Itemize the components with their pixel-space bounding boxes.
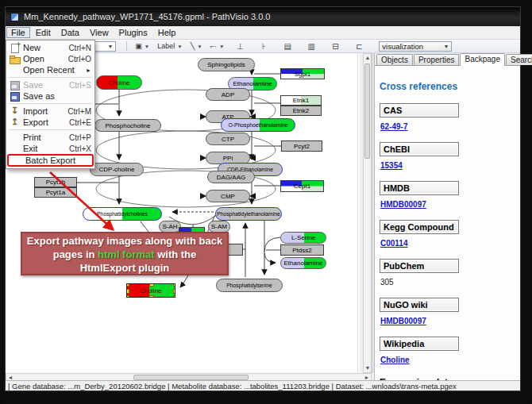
chevron-down-icon[interactable]: ▼ (145, 44, 149, 49)
gene-node-ptdss2[interactable]: Ptdss2 (280, 244, 324, 256)
align-center-x-icon[interactable]: ⊥ (233, 42, 247, 51)
selection-handle[interactable] (126, 289, 129, 294)
import-icon (10, 107, 20, 116)
metabolite-node-choline-top[interactable]: Choline (96, 75, 142, 90)
gene-node-pcyt2[interactable]: Pcyt2 (281, 140, 322, 152)
metabolite-node-phosphatidylserine[interactable]: Phosphatidylserine (216, 279, 283, 292)
chevron-down-icon[interactable]: ▼ (438, 44, 449, 49)
selection-handle[interactable] (126, 283, 129, 287)
stack-vertical-icon[interactable]: ▥ (304, 42, 318, 51)
metabolite-node-ethanolamine-bottom[interactable]: Ethanolamine (280, 257, 326, 269)
metabolite-node-l-serine[interactable]: L-Serine (280, 232, 326, 244)
selection-handle[interactable] (149, 295, 154, 298)
gene-node-pcyt1a[interactable]: Pcyt1a (34, 187, 77, 198)
submenu-arrow-icon: ► (86, 67, 91, 73)
vscroll-thumb[interactable] (364, 63, 370, 159)
connector-tool-icon: ⌐· (210, 42, 217, 50)
gene-node-gene-partial-side[interactable] (227, 244, 243, 256)
menubar-item-file[interactable]: File (6, 27, 30, 38)
visualization-combobox[interactable]: visualization ▼ (379, 41, 452, 52)
metabolite-node-o-phosphoethanolamine[interactable]: O-Phosphoethanolamine (221, 118, 295, 132)
menubar-item-view[interactable]: View (85, 27, 114, 38)
xref-link[interactable]: C00114 (380, 239, 407, 248)
metabolite-node-s-am[interactable]: S-AM (208, 221, 230, 233)
metabolite-node-cmp[interactable]: CMP (206, 190, 250, 202)
menubar-item-help[interactable]: Help (153, 27, 181, 38)
xref-link[interactable]: HMDB00097 (380, 200, 426, 209)
toolbar-tools: ▣▼Label▼╲▼⌐·▼ (131, 40, 228, 52)
chevron-down-icon[interactable]: ▼ (219, 44, 224, 49)
menu-item-open-recent[interactable]: Open Recent► (6, 64, 94, 75)
gene-node-etnk2[interactable]: Etnk2 (280, 106, 322, 116)
menu-item-export[interactable]: ExportCtrl+E (6, 117, 94, 128)
xref-source-name: Kegg Compound (380, 220, 459, 234)
scroll-down-icon[interactable]: ▼ (364, 364, 372, 372)
chevron-down-icon[interactable]: ▼ (177, 44, 182, 49)
side-panel: ObjectsPropertiesBackpageSearchLegend Cr… (374, 53, 520, 380)
menu-item-exit[interactable]: ExitCtrl+X (6, 143, 94, 154)
datanode-tool-icon: ▣ (135, 42, 142, 50)
menu-item-label: Open (23, 54, 44, 63)
connector-tool[interactable]: ⌐·▼ (208, 40, 227, 52)
node-label: Etnk2 (293, 107, 309, 114)
node-label: S-AM (211, 223, 227, 230)
menubar-item-plugins[interactable]: Plugins (114, 27, 152, 38)
selection-handle[interactable] (173, 289, 175, 294)
hscroll-thumb[interactable] (133, 375, 249, 380)
scroll-up-icon[interactable]: ▲ (364, 54, 372, 62)
menu-item-print[interactable]: PrintCtrl+P (6, 132, 94, 143)
align-center-y-icon[interactable]: ⊦ (256, 42, 271, 51)
gene-node-cept1[interactable]: Cept1 (280, 180, 324, 192)
selection-handle[interactable] (149, 283, 154, 287)
gene-node-sgpl1[interactable]: Sgpl1 (280, 68, 325, 79)
layout-icon[interactable]: ⊏ (352, 42, 366, 51)
menu-item-batch-export[interactable]: Batch Export (7, 154, 94, 167)
metabolite-node-cdp-choline[interactable]: CDP-choline (90, 163, 144, 176)
datanode-tool[interactable]: ▣▼ (133, 40, 152, 52)
xref-section-wikipedia: WikipediaCholine (380, 336, 520, 364)
menu-item-open[interactable]: OpenCtrl+O (6, 53, 94, 64)
selection-handle[interactable] (173, 295, 175, 298)
metabolite-node-sphingolipids[interactable]: Sphingolipids (198, 58, 255, 71)
node-label: Phosphatidylcholines (97, 211, 148, 217)
xref-link[interactable]: Choline (380, 356, 410, 364)
metabolite-node-s-ah[interactable]: S-AH (159, 221, 181, 233)
tab-objects[interactable]: Objects (376, 54, 413, 65)
menu-item-label: Import (23, 106, 48, 116)
gene-node-pcyt1b[interactable]: Pcyt1b (34, 177, 77, 187)
xref-link[interactable]: HMDB00097 (380, 317, 426, 325)
title-bar[interactable]: Mm_Kennedy_pathway_WP1771_45176.gpml - P… (6, 7, 520, 26)
selected-node-choline-selected[interactable]: Choline (126, 283, 175, 298)
selection-handle[interactable] (173, 283, 175, 287)
label-tool-icon: Label (157, 42, 175, 50)
menu-item-save-as[interactable]: Save as (6, 90, 94, 102)
tab-search[interactable]: Search (506, 54, 532, 65)
metabolite-node-ctp[interactable]: CTP (206, 133, 250, 145)
vertical-scrollbar[interactable]: ▲ ▼ (363, 53, 372, 373)
metabolite-node-dag-aag[interactable]: DAG/AAG (207, 171, 255, 183)
stack-horizontal-icon[interactable]: ▤ (280, 42, 295, 51)
menubar-item-edit[interactable]: Edit (31, 27, 56, 38)
menubar-item-data[interactable]: Data (56, 27, 84, 38)
line-tool[interactable]: ╲▼ (188, 40, 205, 52)
gene-node-etnk1[interactable]: Etnk1 (280, 95, 322, 106)
menu-item-new[interactable]: NewCtrl+N (6, 42, 94, 53)
tab-backpage[interactable]: Backpage (460, 53, 504, 66)
metabolite-node-phosphocholine[interactable]: Phosphocholine (94, 119, 161, 132)
common-size-icon[interactable]: ⊟ (328, 42, 342, 51)
xref-link[interactable]: 15354 (380, 161, 403, 170)
xref-source-name: Wikipedia (380, 337, 459, 351)
xref-section-kegg-compound: Kegg CompoundC00114 (380, 219, 520, 248)
tab-properties[interactable]: Properties (414, 54, 460, 65)
xref-link[interactable]: 62-49-7 (380, 122, 407, 131)
label-tool[interactable]: Label▼ (155, 40, 184, 52)
menu-item-label: Batch Export (25, 156, 75, 165)
menu-item-import[interactable]: ImportCtrl+M (6, 106, 94, 117)
metabolite-node-adp[interactable]: ADP (206, 88, 250, 101)
metabolite-node-phosphatidylcholines[interactable]: Phosphatidylcholines (83, 207, 162, 221)
chevron-down-icon[interactable]: ▼ (102, 44, 113, 49)
pathvisio-window: Mm_Kennedy_pathway_WP1771_45176.gpml - P… (5, 6, 521, 391)
metabolite-node-phosphatidylethanolamine[interactable]: Phosphatidylethanolamine (215, 207, 282, 221)
selection-handle[interactable] (126, 295, 129, 298)
chevron-down-icon[interactable]: ▼ (197, 44, 202, 49)
